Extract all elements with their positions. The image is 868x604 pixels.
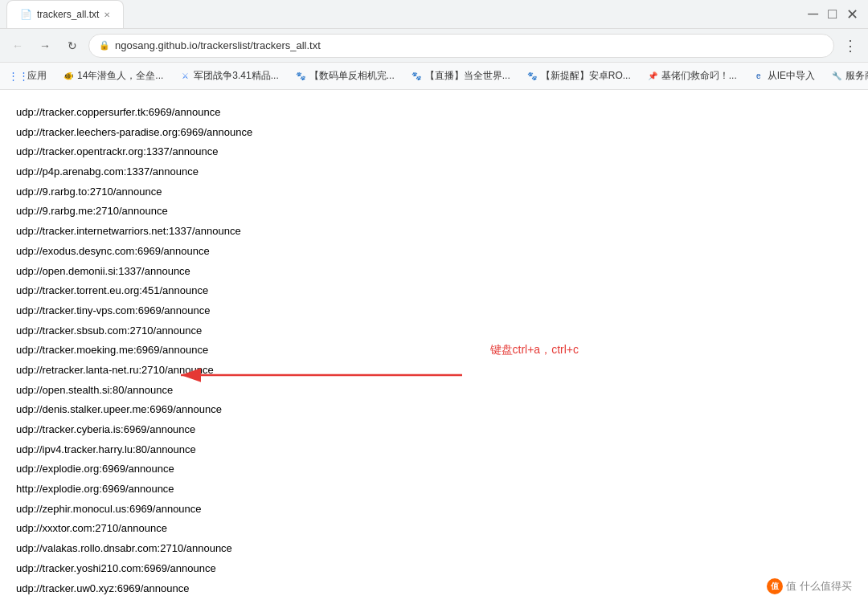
tracker-item: udp://valakas.rollo.dnsabr.com:2710/anno… bbox=[16, 539, 852, 559]
bookmark-6-label: 基佬们救命叼！... bbox=[661, 69, 737, 83]
bookmark-5[interactable]: 🐾 【新提醒】安卓RO... bbox=[520, 66, 637, 86]
browser-frame: 📄 trackers_all.txt ✕ ─ □ ✕ ← → ↻ 🔒 ngosa… bbox=[0, 0, 868, 604]
tracker-item: udp://tracker.leechers-paradise.org:6969… bbox=[16, 123, 852, 143]
bookmark-4[interactable]: 🐾 【直播】当全世界... bbox=[404, 66, 517, 86]
tracker-item: udp://tracker.yoshi210.com:6969/announce bbox=[16, 559, 852, 579]
reload-button[interactable]: ↻ bbox=[61, 35, 84, 57]
tracker-item: udp://tracker.tiny-vps.com:6969/announce bbox=[16, 301, 852, 321]
bookmark-service-label: 服务商系统 bbox=[845, 69, 868, 83]
content-area: udp://tracker.coppersurfer.tk:6969/annou… bbox=[0, 90, 868, 604]
tracker-item: udp://tracker.internetwarriors.net:1337/… bbox=[16, 222, 852, 242]
maximize-button[interactable]: □ bbox=[825, 6, 840, 22]
tracker-item: udp://xxxtor.com:2710/announce bbox=[16, 519, 852, 539]
tracker-item: udp://open.demonii.si:1337/announce bbox=[16, 262, 852, 282]
watermark-text: 值 什么值得买 bbox=[786, 579, 852, 594]
bookmark-2-icon: ⚔ bbox=[179, 71, 190, 82]
bookmark-3-icon: 🐾 bbox=[295, 71, 306, 82]
tab-title: trackers_all.txt bbox=[37, 9, 99, 20]
bookmark-2[interactable]: ⚔ 军团战争3.41精品... bbox=[173, 66, 285, 86]
close-button[interactable]: ✕ bbox=[843, 6, 862, 23]
bookmark-1-icon: 🐠 bbox=[63, 71, 74, 82]
tracker-item: udp://tracker.cyberia.is:6969/announce bbox=[16, 420, 852, 440]
bookmark-5-icon: 🐾 bbox=[526, 71, 538, 82]
forward-button[interactable]: → bbox=[34, 35, 56, 57]
tracker-item: udp://retracker.lanta-net.ru:2710/announ… bbox=[16, 361, 852, 381]
bookmark-ie[interactable]: e 从IE中导入 bbox=[747, 66, 821, 86]
back-button[interactable]: ← bbox=[6, 35, 29, 57]
bookmark-6-icon: 📌 bbox=[647, 71, 658, 82]
navigation-bar: ← → ↻ 🔒 ngosang.github.io/trackerslist/t… bbox=[0, 29, 868, 63]
bookmark-3-label: 【数码单反相机完... bbox=[309, 69, 395, 83]
tracker-item: udp://p4p.arenabg.com:1337/announce bbox=[16, 162, 852, 182]
tracker-item: udp://explodie.org:6969/announce bbox=[16, 459, 852, 480]
ie-icon: e bbox=[753, 71, 764, 82]
bookmark-1[interactable]: 🐠 14年潜鱼人，全垒... bbox=[56, 66, 170, 86]
bookmark-3[interactable]: 🐾 【数码单反相机完... bbox=[289, 66, 401, 86]
bookmark-5-label: 【新提醒】安卓RO... bbox=[541, 69, 631, 83]
bookmark-2-label: 军团战争3.41精品... bbox=[194, 69, 278, 83]
bookmarks-bar: ⋮⋮ 应用 🐠 14年潜鱼人，全垒... ⚔ 军团战争3.41精品... 🐾 【… bbox=[0, 63, 868, 90]
active-tab[interactable]: 📄 trackers_all.txt ✕ bbox=[6, 0, 124, 28]
bookmark-service[interactable]: 🔧 服务商系统 bbox=[825, 66, 868, 86]
tracker-item: udp://exodus.desync.com:6969/announce bbox=[16, 242, 852, 262]
tracker-item: udp://zephir.monocul.us:6969/announce bbox=[16, 500, 852, 520]
address-bar[interactable]: 🔒 ngosang.github.io/trackerslist/tracker… bbox=[88, 34, 834, 58]
url-text: ngosang.github.io/trackerslist/trackers_… bbox=[115, 39, 824, 51]
tab-favicon: 📄 bbox=[20, 9, 32, 20]
minimize-button[interactable]: ─ bbox=[805, 6, 821, 22]
tracker-item: udp://tracker.nyaa.uk:6969/announce bbox=[16, 598, 852, 604]
bookmark-4-label: 【直播】当全世界... bbox=[425, 69, 510, 83]
apps-icon: ⋮⋮ bbox=[13, 71, 24, 82]
tracker-item: udp://9.rarbg.to:2710/announce bbox=[16, 182, 852, 202]
watermark-icon: 值 bbox=[767, 578, 783, 594]
tracker-item: http://explodie.org:6969/announce bbox=[16, 480, 852, 500]
tab-close-button[interactable]: ✕ bbox=[104, 10, 110, 19]
tracker-item: udp://9.rarbg.me:2710/announce bbox=[16, 202, 852, 222]
tab-bar: 📄 trackers_all.txt ✕ ─ □ ✕ bbox=[0, 0, 868, 29]
tracker-item: udp://tracker.sbsub.com:2710/announce bbox=[16, 321, 852, 341]
bookmark-apps[interactable]: ⋮⋮ 应用 bbox=[6, 66, 53, 86]
bookmark-6[interactable]: 📌 基佬们救命叼！... bbox=[641, 66, 743, 86]
bookmark-1-label: 14年潜鱼人，全垒... bbox=[77, 69, 163, 83]
ssl-lock-icon: 🔒 bbox=[99, 40, 110, 51]
tracker-item: udp://tracker.moeking.me:6969/announce bbox=[16, 341, 852, 361]
tracker-item: udp://tracker.torrent.eu.org:451/announc… bbox=[16, 281, 852, 301]
tracker-list: udp://tracker.coppersurfer.tk:6969/annou… bbox=[16, 103, 852, 604]
bookmark-apps-label: 应用 bbox=[27, 69, 47, 83]
watermark: 值 值 什么值得买 bbox=[767, 578, 852, 594]
tracker-item: udp://tracker.coppersurfer.tk:6969/annou… bbox=[16, 103, 852, 123]
tracker-item: udp://tracker.uw0.xyz:6969/announce bbox=[16, 579, 852, 599]
tracker-item: udp://tracker.opentrackr.org:1337/announ… bbox=[16, 142, 852, 162]
service-icon: 🔧 bbox=[831, 71, 842, 82]
menu-button[interactable]: ⋮ bbox=[839, 35, 862, 57]
tracker-item: udp://ipv4.tracker.harry.lu:80/announce bbox=[16, 440, 852, 460]
tracker-item: udp://denis.stalker.upeer.me:6969/announ… bbox=[16, 400, 852, 420]
bookmark-ie-label: 从IE中导入 bbox=[768, 69, 815, 83]
bookmark-4-icon: 🐾 bbox=[411, 71, 422, 82]
tracker-item: udp://open.stealth.si:80/announce bbox=[16, 381, 852, 401]
